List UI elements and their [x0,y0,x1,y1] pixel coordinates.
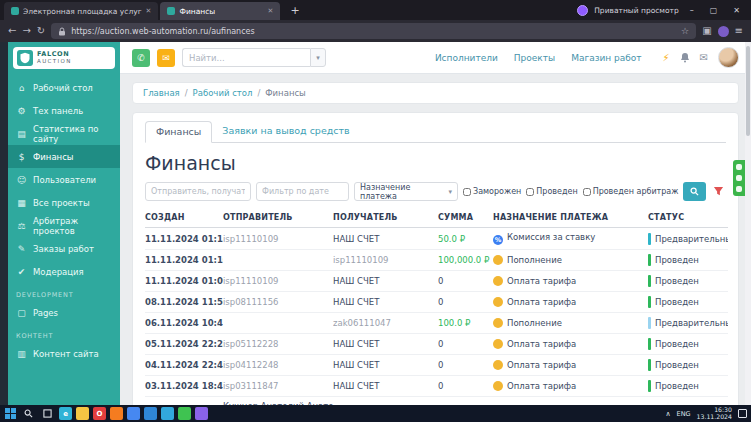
col-purpose[interactable]: НАЗНАЧЕНИЕ ПЛАТЕЖА [493,208,648,228]
address-bar[interactable]: https://auction.web-automation.ru/aufina… [51,23,696,39]
nav-link-performers[interactable]: Исполнители [435,53,498,63]
system-tray: ∧ ENG 16:30 13.11.2024 [665,407,747,420]
notification-center-icon[interactable] [738,409,747,418]
private-browsing-label: Приватный просмотр [594,6,679,15]
breadcrumb-home[interactable]: Главная [143,88,180,98]
logo-text: FALCON AUCTION [37,51,72,65]
cell-status: Проведен [648,292,728,313]
sender-link[interactable]: isp03111847 [223,381,329,391]
cell-sender [223,313,333,334]
taskbar-icon-photos[interactable] [195,407,208,420]
sidebar-item-finances[interactable]: $Финансы [8,145,120,168]
status-bar [648,359,651,371]
taskbar-icon-chrome[interactable] [127,407,140,420]
taskbar-icon-telegram[interactable] [161,407,174,420]
sender-link[interactable]: isp11110109 [223,276,329,286]
cell-receiver: zak06111047 [333,313,438,334]
frozen-checkbox[interactable] [463,188,471,196]
sidebar-item-arbitrage[interactable]: ⚖Арбитраж проектов [8,214,120,237]
sidebar-item-stats[interactable]: ▤Статистика по сайту [8,122,120,145]
menu-icon[interactable]: ≡ [735,26,743,36]
sidebar-item-site-content[interactable]: ▥Контент сайта [8,342,120,365]
dollar-icon: $ [16,152,27,162]
nav-link-workshop[interactable]: Магазин работ [571,53,641,63]
sender-link[interactable]: isp11110109 [223,234,329,244]
user-avatar[interactable] [718,47,739,68]
sender-link[interactable]: isp04112248 [223,360,329,370]
purpose-icon [493,339,503,349]
reload-icon[interactable]: ↻ [37,26,45,36]
taskbar-icon-opera[interactable]: O [93,407,106,420]
sender-link[interactable]: isp08111156 [223,297,329,307]
col-sender[interactable]: ОТПРАВИТЕЛЬ [223,208,333,228]
profile-icon[interactable] [718,26,729,37]
minimize-button[interactable]: – [685,6,699,15]
nav-link-projects[interactable]: Проекты [514,53,555,63]
new-tab-button[interactable]: + [282,2,307,20]
browser-tab-services[interactable]: Электронная площадка услуг ✕ [4,2,158,20]
taskbar-icon-vscode[interactable] [144,407,157,420]
taskbar-icon-edge[interactable]: e [59,407,72,420]
col-receiver[interactable]: ПОЛУЧАТЕЛЬ [333,208,438,228]
search-caret-icon[interactable]: ▾ [310,48,326,67]
close-tab-icon[interactable]: ✕ [146,7,152,15]
tab-finances[interactable]: Финансы [145,121,212,143]
quick-mail-button[interactable]: ✉ [157,49,175,67]
sidebar-item-label: Все проекты [33,198,90,208]
tab-withdrawals[interactable]: Заявки на вывод средств [212,121,359,142]
sidebar-item-techpanel[interactable]: ⚙Тех панель [8,99,120,122]
completed-checkbox[interactable] [526,188,534,196]
scrollbar-thumb[interactable] [746,46,750,136]
filter-date-input[interactable] [256,182,349,201]
table-row: 03.11.2024 18:47 isp03111847 НАШ СЧЕТ 0 … [145,376,728,397]
forward-icon[interactable]: → [22,26,30,36]
arbitrated-checkbox[interactable] [583,188,591,196]
sidebar-item-projects[interactable]: ▦Все проекты [8,191,120,214]
purpose-select[interactable]: Назначение платежа ▾ [354,182,458,201]
back-icon[interactable]: ← [8,26,16,36]
close-window-button[interactable]: ✕ [728,6,745,15]
taskbar-search-icon[interactable] [21,407,36,420]
start-button[interactable] [4,407,17,420]
browser-tab-finances[interactable]: Финансы ✕ [160,2,280,20]
lightning-icon[interactable]: ⚡ [663,52,670,63]
taskbar-icon-explorer[interactable] [76,407,89,420]
cell-receiver: НАШ СЧЕТ [333,292,438,313]
filter-sender-input[interactable] [145,182,251,201]
cell-status: Проведен [648,250,728,271]
bookmark-star-icon[interactable]: ☆ [681,26,689,36]
sidebar-item-orders[interactable]: ✎Заказы работ [8,237,120,260]
col-created[interactable]: СОЗДАН [145,208,223,228]
taskbar-clock[interactable]: 16:30 13.11.2024 [697,407,732,420]
bell-icon[interactable] [680,52,690,63]
close-tab-icon[interactable]: ✕ [268,7,274,15]
breadcrumb-desktop[interactable]: Рабочий стол [193,88,253,98]
checkbox-completed[interactable]: Проведен [526,187,577,196]
cell-receiver: НАШ СЧЕТ [333,334,438,355]
language-indicator[interactable]: ENG [677,410,691,418]
task-view-icon[interactable] [40,407,55,420]
sidebar-item-dashboard[interactable]: ⌂Рабочий стол [8,76,120,99]
app-logo[interactable]: FALCON AUCTION [13,47,115,69]
sidebar-item-moderation[interactable]: ✔Модерация [8,260,120,283]
filter-search-button[interactable] [683,182,706,201]
col-amount[interactable]: СУММА [438,208,493,228]
search-input[interactable] [182,48,310,67]
taskbar-icon-whatsapp[interactable] [178,407,191,420]
quick-call-button[interactable]: ✆ [132,49,150,67]
col-status[interactable]: СТАТУС [648,208,728,228]
search-icon [690,187,699,196]
filter-clear-button[interactable] [711,184,726,200]
feedback-widget[interactable] [733,160,745,196]
page-scrollbar[interactable] [745,42,751,405]
sender-link[interactable]: isp05112228 [223,339,329,349]
checkbox-frozen[interactable]: Заморожен [463,187,521,196]
restore-button[interactable]: ▢ [705,6,723,15]
sidebar-item-users[interactable]: ☺Пользователи [8,168,120,191]
checkbox-arbitrated[interactable]: Проведен арбитраж [583,187,679,196]
tray-expand-icon[interactable]: ∧ [665,410,670,418]
mail-icon[interactable]: ✉ [700,52,708,63]
taskbar-icon-firefox[interactable] [110,407,123,420]
extensions-icon[interactable]: ▣ [702,26,711,36]
sidebar-item-pages[interactable]: ▢Pages [8,301,120,324]
